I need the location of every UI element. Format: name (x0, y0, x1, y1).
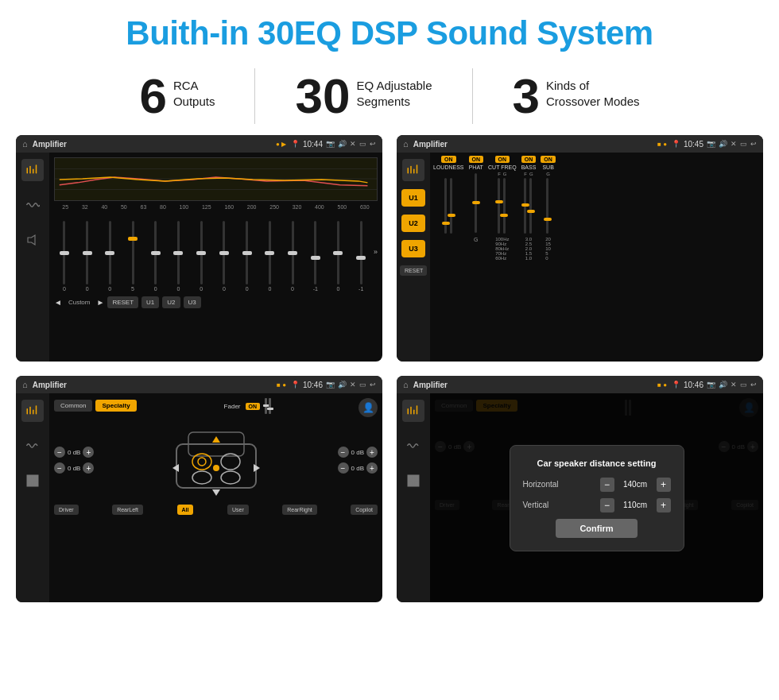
svg-rect-18 (27, 481, 32, 486)
eq-thumb-6[interactable] (196, 251, 206, 255)
eq-track-3[interactable] (132, 221, 134, 284)
eq-track-4[interactable] (154, 221, 157, 284)
sp-rearleft-btn[interactable]: RearLeft (112, 505, 143, 515)
bass-slider2[interactable] (529, 178, 532, 234)
eq-u3-btn[interactable]: U3 (184, 296, 201, 308)
eq-thumb-9[interactable] (265, 251, 274, 255)
eq-thumb-13[interactable] (356, 256, 366, 260)
confirm-button[interactable]: Confirm (556, 519, 637, 538)
sp-user-btn[interactable]: User (227, 505, 249, 515)
eq-thumb-1[interactable] (83, 251, 92, 255)
eq-u2-btn[interactable]: U2 (162, 296, 180, 308)
eq-next[interactable]: ► (96, 298, 104, 307)
cross-u1[interactable]: U1 (401, 189, 425, 207)
cross-u2[interactable]: U2 (401, 215, 425, 232)
dialog-sidebar (397, 393, 430, 602)
freq-125: 125 (202, 204, 211, 210)
phat-slider[interactable] (475, 173, 477, 233)
dlg-sidebar-wave[interactable] (402, 435, 424, 457)
sp-rearright-btn[interactable]: RearRight (282, 505, 317, 515)
vertical-plus[interactable]: + (657, 498, 671, 512)
vertical-minus[interactable]: − (600, 498, 614, 512)
fader-sl1[interactable] (265, 398, 267, 414)
bass-slider1[interactable] (524, 178, 526, 234)
eq-thumb-11[interactable] (311, 256, 320, 260)
sub-slider[interactable] (546, 178, 548, 234)
bass-thumb1[interactable] (521, 203, 529, 207)
vol-plus-tl[interactable]: + (83, 447, 94, 458)
eq-track-1[interactable] (86, 221, 88, 284)
eq-prev[interactable]: ◄ (54, 298, 62, 307)
horizontal-plus[interactable]: + (657, 478, 671, 492)
eq-thumb-0[interactable] (60, 251, 69, 255)
eq-track-9[interactable] (269, 221, 271, 284)
horizontal-minus[interactable]: − (600, 478, 614, 492)
x-icon-1: ✕ (350, 140, 356, 148)
tab-specialty[interactable]: Specialty (95, 400, 136, 412)
eq-track-7[interactable] (223, 221, 225, 284)
fader-t2[interactable] (267, 408, 273, 410)
eq-thumb-7[interactable] (219, 251, 229, 255)
vol-minus-bl[interactable]: − (54, 462, 65, 474)
eq-thumb-5[interactable] (173, 251, 183, 255)
loudness-slider1[interactable] (444, 178, 447, 234)
vol-val-br: 0 dB (351, 465, 364, 472)
sp-copilot-btn[interactable]: Copilot (351, 505, 378, 515)
sp-sidebar-eq[interactable] (21, 400, 44, 422)
cross-sidebar-eq[interactable] (402, 159, 424, 181)
cross-reset[interactable]: RESET (400, 265, 427, 276)
eq-thumb-10[interactable] (288, 251, 297, 255)
profile-icon[interactable]: 👤 (358, 398, 378, 417)
eq-track-0[interactable] (63, 221, 65, 284)
vol-plus-br[interactable]: + (366, 462, 378, 474)
eq-thumb-8[interactable] (242, 251, 252, 255)
eq-reset-btn[interactable]: RESET (107, 296, 138, 308)
dlg-sidebar-eq[interactable] (402, 400, 424, 422)
sp-sidebar-wave[interactable] (21, 435, 44, 457)
sub-thumb[interactable] (544, 218, 552, 221)
eq-track-2[interactable] (109, 221, 111, 284)
eq-thumb-3[interactable] (128, 237, 138, 241)
sp-all-btn[interactable]: All (177, 505, 194, 515)
eq-sidebar-wave[interactable] (21, 194, 44, 216)
eq-track-12[interactable] (337, 221, 339, 284)
loudness-sliders (444, 172, 452, 235)
eq-sidebar-equalizer[interactable] (21, 159, 44, 181)
svg-rect-14 (33, 410, 34, 415)
vol-minus-tl[interactable]: − (54, 447, 65, 458)
vol-plus-tr[interactable]: + (366, 447, 378, 458)
fader-sl2[interactable] (269, 398, 271, 414)
eq-thumb-12[interactable] (333, 251, 343, 255)
vol-minus-tr[interactable]: − (338, 447, 349, 458)
tab-common[interactable]: Common (54, 400, 92, 412)
vol-minus-br[interactable]: − (338, 462, 349, 474)
bass-thumb2[interactable] (527, 210, 535, 213)
dlg-sidebar-expand[interactable] (402, 470, 424, 492)
sp-sidebar-expand[interactable] (21, 470, 44, 492)
loudness-slider2[interactable] (450, 178, 452, 234)
eq-track-13[interactable] (360, 221, 362, 284)
cutfreq-thumb1[interactable] (495, 200, 503, 203)
loudness-thumb2[interactable] (448, 214, 455, 217)
loudness-label: LOUDNESS (433, 164, 464, 170)
eq-track-6[interactable] (200, 221, 203, 284)
cutfreq-slider1[interactable] (498, 178, 500, 234)
stat-divider-2 (472, 68, 473, 124)
svg-rect-1 (29, 166, 31, 174)
eq-track-11[interactable] (314, 221, 316, 284)
eq-track-10[interactable] (292, 221, 294, 284)
cutfreq-thumb2[interactable] (500, 214, 508, 217)
eq-u1-btn[interactable]: U1 (141, 296, 159, 308)
phat-thumb[interactable] (472, 201, 480, 204)
vol-plus-bl[interactable]: + (83, 462, 94, 474)
eq-val-6: 0 (200, 286, 203, 292)
eq-thumb-2[interactable] (105, 251, 114, 255)
cutfreq-slider2[interactable] (503, 178, 506, 234)
loudness-thumb1[interactable] (442, 222, 450, 225)
eq-track-8[interactable] (246, 221, 248, 284)
eq-track-5[interactable] (177, 221, 180, 284)
sp-driver-btn[interactable]: Driver (54, 505, 79, 515)
eq-thumb-4[interactable] (151, 251, 161, 255)
eq-sidebar-speaker[interactable] (21, 229, 44, 251)
cross-u3[interactable]: U3 (401, 240, 425, 257)
